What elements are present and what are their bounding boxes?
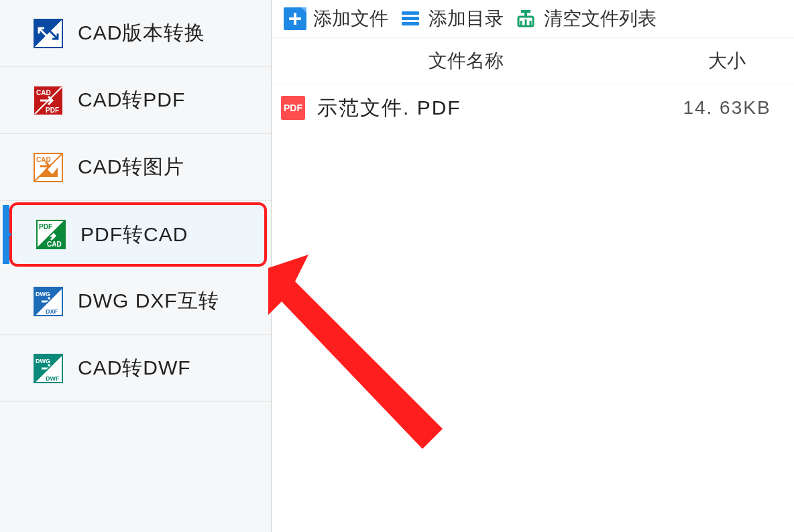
sidebar-item-label: CAD转PDF <box>78 86 185 114</box>
sidebar: CAD版本转换 CAD PDF CAD转PDF CAD CAD转图片 <box>0 0 272 532</box>
column-header-size: 大小 <box>660 48 794 74</box>
svg-rect-29 <box>402 11 419 15</box>
file-name-cell: 示范文件. PDF <box>317 94 660 122</box>
svg-text:DWG: DWG <box>36 291 50 297</box>
cad-version-icon <box>34 19 63 48</box>
svg-text:PDF: PDF <box>46 107 59 114</box>
add-file-button[interactable]: 添加文件 <box>281 6 391 31</box>
svg-text:DWG: DWG <box>36 358 50 364</box>
sidebar-item-label: CAD转DWF <box>78 354 191 382</box>
svg-text:DXF: DXF <box>46 308 58 315</box>
clear-list-button[interactable]: 清空文件列表 <box>512 6 659 31</box>
svg-text:PDF: PDF <box>39 223 52 230</box>
sidebar-item-label: PDF转CAD <box>80 221 188 249</box>
cad-to-dwf-icon: DWG DWF <box>34 354 63 383</box>
table-row[interactable]: PDF 示范文件. PDF 14. 63KB <box>272 84 794 131</box>
column-header-name: 文件名称 <box>272 48 660 74</box>
svg-rect-31 <box>402 22 419 25</box>
sidebar-item-cad-to-dwf[interactable]: DWG DWF CAD转DWF <box>0 335 271 402</box>
add-dir-label: 添加目录 <box>429 6 504 31</box>
svg-rect-30 <box>402 17 419 20</box>
toolbar: 添加文件 添加目录 清空文件列表 <box>272 0 794 38</box>
dwg-dxf-icon: DWG DXF <box>34 287 63 316</box>
svg-text:CAD: CAD <box>47 241 62 248</box>
file-size-cell: 14. 63KB <box>660 97 794 119</box>
sidebar-item-dwg-dxf[interactable]: DWG DXF DWG DXF互转 <box>0 268 271 335</box>
svg-text:DWF: DWF <box>46 375 60 382</box>
svg-text:CAD: CAD <box>36 156 51 163</box>
cad-to-image-icon: CAD <box>34 153 63 182</box>
sidebar-item-cad-version[interactable]: CAD版本转换 <box>0 0 271 67</box>
svg-rect-34 <box>521 10 530 13</box>
sidebar-item-label: CAD版本转换 <box>78 19 205 47</box>
add-file-label: 添加文件 <box>313 6 388 31</box>
main-panel: 添加文件 添加目录 清空文件列表 <box>272 0 794 532</box>
cad-to-pdf-icon: CAD PDF <box>34 86 63 115</box>
sidebar-item-cad-to-pdf[interactable]: CAD PDF CAD转PDF <box>0 67 271 134</box>
add-dir-button[interactable]: 添加目录 <box>396 6 506 31</box>
sidebar-item-label: DWG DXF互转 <box>78 287 219 315</box>
table-header: 文件名称 大小 <box>272 38 794 84</box>
clear-list-label: 清空文件列表 <box>544 6 657 31</box>
sidebar-item-pdf-to-cad[interactable]: PDF CAD PDF转CAD <box>9 202 267 267</box>
sidebar-item-cad-to-image[interactable]: CAD CAD转图片 <box>0 134 271 201</box>
add-file-icon <box>284 7 306 30</box>
sidebar-item-label: CAD转图片 <box>78 153 184 181</box>
svg-text:CAD: CAD <box>36 89 51 96</box>
pdf-to-cad-icon: PDF CAD <box>36 220 66 249</box>
clear-list-icon <box>514 7 537 30</box>
pdf-file-icon: PDF <box>281 96 305 120</box>
add-dir-icon <box>399 7 422 30</box>
